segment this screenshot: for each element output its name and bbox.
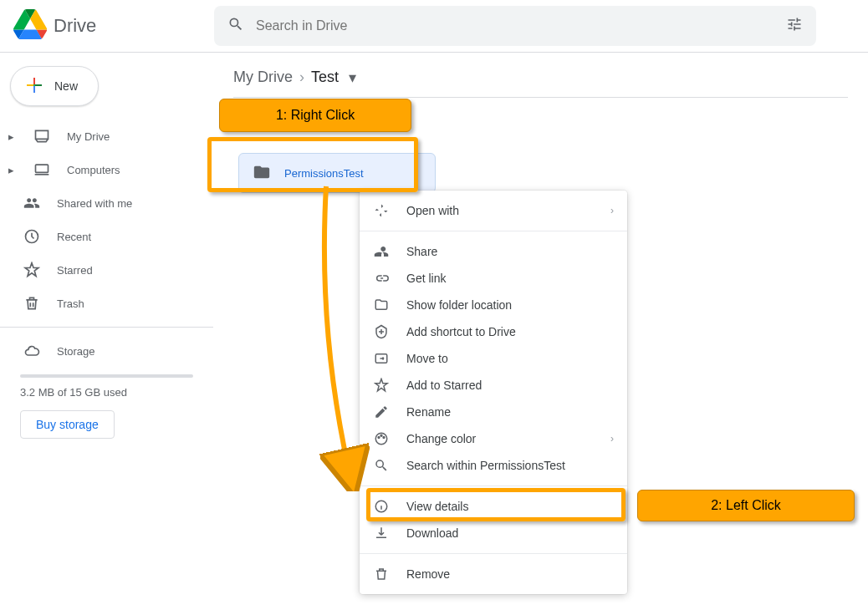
menu-label: Move to: [406, 352, 448, 365]
sidebar-item-label: Shared with me: [57, 197, 132, 210]
annotation-step-1: 1: Right Click: [219, 99, 411, 132]
my-drive-icon: [32, 126, 52, 146]
search-icon: [227, 16, 244, 36]
folder-outline-icon: [373, 297, 390, 313]
menu-label: Rename: [406, 405, 451, 419]
sidebar-item-recent[interactable]: Recent: [0, 220, 213, 253]
sidebar: New ▸ My Drive ▸ Computers Shared with m…: [0, 53, 213, 460]
menu-view-details[interactable]: View details: [360, 493, 627, 520]
sidebar-item-computers[interactable]: ▸ Computers: [0, 153, 213, 186]
buy-storage-button[interactable]: Buy storage: [20, 410, 115, 439]
menu-label: Remove: [406, 567, 450, 581]
breadcrumb-current[interactable]: Test: [311, 69, 339, 86]
sidebar-item-shared[interactable]: Shared with me: [0, 186, 213, 220]
menu-label: Show folder location: [406, 298, 512, 312]
menu-rename[interactable]: Rename: [360, 399, 627, 425]
header: Drive: [0, 0, 868, 53]
menu-show-location[interactable]: Show folder location: [360, 292, 627, 318]
menu-open-with[interactable]: Open with ›: [360, 197, 627, 224]
trash-icon: [373, 566, 390, 582]
sidebar-item-label: Recent: [57, 231, 91, 243]
svg-point-4: [378, 437, 380, 439]
sidebar-item-starred[interactable]: Starred: [0, 253, 213, 287]
palette-icon: [373, 430, 390, 447]
storage-usage-text: 3.2 MB of 15 GB used: [0, 386, 213, 399]
sidebar-item-my-drive[interactable]: ▸ My Drive: [0, 119, 213, 153]
app-title: Drive: [54, 15, 96, 37]
menu-add-shortcut[interactable]: Add shortcut to Drive: [360, 318, 627, 345]
menu-label: Change color: [406, 432, 476, 445]
chevron-right-icon: ›: [299, 69, 304, 86]
sidebar-item-label: My Drive: [67, 130, 110, 143]
info-icon: [373, 498, 390, 515]
dropdown-caret-icon[interactable]: ▾: [349, 69, 356, 87]
shortcut-icon: [373, 323, 390, 340]
recent-icon: [22, 226, 42, 247]
folder-name: PermissionsTest: [284, 167, 364, 180]
annotation-step-2: 2: Left Click: [637, 490, 855, 521]
menu-move-to[interactable]: Move to: [360, 345, 627, 372]
divider: [360, 553, 627, 554]
drive-logo-icon: [13, 8, 47, 44]
context-menu: Open with › Share Get link Show folder l…: [360, 191, 627, 594]
share-icon: [373, 243, 390, 260]
divider: [0, 327, 213, 328]
menu-label: Download: [406, 526, 458, 540]
cloud-icon: [22, 341, 42, 361]
sidebar-item-label: Computers: [67, 164, 120, 176]
sidebar-item-label: Starred: [57, 264, 93, 277]
menu-label: Search within PermissionsTest: [406, 459, 565, 472]
download-icon: [373, 525, 390, 541]
sidebar-item-trash[interactable]: Trash: [0, 287, 213, 320]
menu-add-starred[interactable]: Add to Starred: [360, 372, 627, 399]
menu-label: Get link: [406, 272, 446, 285]
search-input[interactable]: [256, 18, 774, 33]
svg-rect-0: [36, 165, 49, 172]
sidebar-item-label: Trash: [57, 297, 84, 310]
divider: [360, 485, 627, 486]
menu-search-within[interactable]: Search within PermissionsTest: [360, 452, 627, 479]
star-icon: [22, 260, 42, 280]
menu-label: Open with: [406, 204, 459, 217]
divider: [360, 231, 627, 231]
menu-label: Add shortcut to Drive: [406, 325, 516, 338]
shared-icon: [22, 193, 42, 213]
svg-point-6: [383, 437, 385, 439]
breadcrumb: My Drive › Test ▾: [233, 68, 848, 98]
plus-icon: [24, 75, 44, 98]
sidebar-item-label: Storage: [57, 345, 95, 358]
storage-progress-bar: [20, 374, 193, 378]
menu-share[interactable]: Share: [360, 238, 627, 265]
svg-point-5: [380, 435, 382, 436]
menu-label: View details: [406, 500, 468, 513]
computers-icon: [32, 160, 52, 180]
new-button[interactable]: New: [10, 66, 99, 106]
folder-chip[interactable]: PermissionsTest: [238, 153, 436, 193]
search-options-icon[interactable]: [786, 16, 803, 36]
pencil-icon: [373, 404, 390, 420]
menu-get-link[interactable]: Get link: [360, 265, 627, 292]
new-button-label: New: [54, 79, 78, 93]
folder-icon: [253, 163, 271, 184]
open-with-icon: [373, 202, 390, 219]
expand-arrow-icon[interactable]: ▸: [8, 164, 17, 176]
logo-area: Drive: [13, 8, 214, 44]
breadcrumb-root[interactable]: My Drive: [233, 69, 293, 86]
menu-label: Share: [406, 245, 437, 258]
menu-remove[interactable]: Remove: [360, 561, 627, 587]
search-bar[interactable]: [214, 6, 816, 46]
star-icon: [373, 377, 390, 394]
trash-icon: [22, 293, 42, 313]
move-icon: [373, 350, 390, 367]
expand-arrow-icon[interactable]: ▸: [8, 130, 17, 143]
sidebar-item-storage[interactable]: Storage: [0, 334, 213, 368]
chevron-right-icon: ›: [610, 433, 614, 445]
menu-download[interactable]: Download: [360, 520, 627, 546]
search-icon: [373, 457, 390, 474]
menu-change-color[interactable]: Change color ›: [360, 425, 627, 452]
chevron-right-icon: ›: [610, 205, 614, 216]
menu-label: Add to Starred: [406, 379, 482, 392]
link-icon: [373, 270, 390, 287]
